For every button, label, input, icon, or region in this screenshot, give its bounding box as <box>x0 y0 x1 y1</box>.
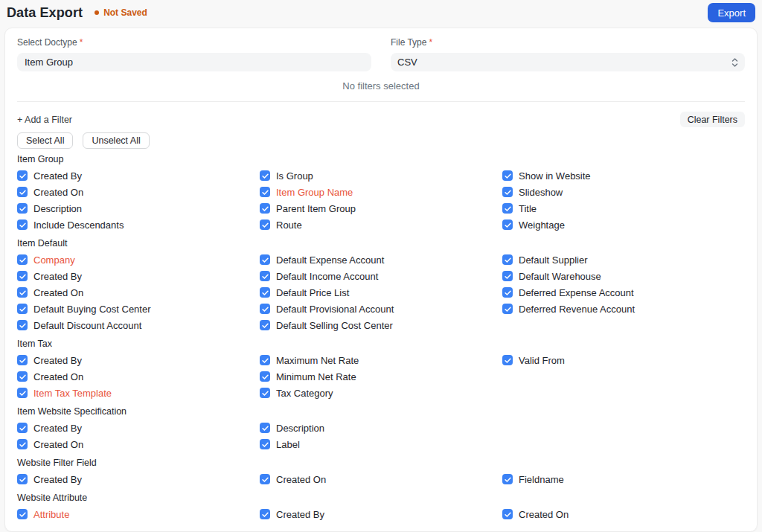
field-checkbox-created-on[interactable]: Created On <box>17 287 260 298</box>
field-checkbox-item-group-name[interactable]: Item Group Name <box>260 187 502 198</box>
field-checkbox-tax-category[interactable]: Tax Category <box>260 388 502 399</box>
field-checkbox-created-by[interactable]: Created By <box>260 509 502 520</box>
checkbox-checked-icon[interactable] <box>260 355 270 365</box>
field-checkbox-company[interactable]: Company <box>17 254 260 266</box>
field-checkbox-created-by[interactable]: Created By <box>17 474 260 485</box>
checkbox-checked-icon[interactable] <box>17 287 28 298</box>
field-checkbox-created-on[interactable]: Created On <box>17 439 260 450</box>
checkbox-checked-icon[interactable] <box>17 423 28 433</box>
checkbox-checked-icon[interactable] <box>502 203 513 214</box>
checkbox-checked-icon[interactable] <box>502 219 513 230</box>
checkbox-checked-icon[interactable] <box>17 271 28 281</box>
field-checkbox-maximum-net-rate[interactable]: Maximum Net Rate <box>260 355 502 366</box>
checkbox-checked-icon[interactable] <box>17 388 28 398</box>
field-checkbox-default-buying-cost-center[interactable]: Default Buying Cost Center <box>17 304 260 315</box>
checkbox-checked-icon[interactable] <box>260 388 270 398</box>
checkbox-checked-icon[interactable] <box>17 304 28 314</box>
field-checkbox-weightage[interactable]: Weightage <box>502 219 745 231</box>
checkbox-checked-icon[interactable] <box>17 509 28 519</box>
checkbox-checked-icon[interactable] <box>502 474 513 484</box>
checkbox-checked-icon[interactable] <box>502 271 513 281</box>
checkbox-checked-icon[interactable] <box>260 187 270 197</box>
field-checkbox-description[interactable]: Description <box>17 203 260 214</box>
field-checkbox-fieldname[interactable]: Fieldname <box>502 474 745 485</box>
field-checkbox-created-on[interactable]: Created On <box>17 371 260 382</box>
checkbox-checked-icon[interactable] <box>260 474 270 484</box>
field-checkbox-created-by[interactable]: Created By <box>17 271 260 282</box>
checkbox-checked-icon[interactable] <box>17 320 28 330</box>
checkbox-checked-icon[interactable] <box>17 203 28 214</box>
filetype-select[interactable]: CSV <box>391 53 745 71</box>
field-checkbox-attribute[interactable]: Attribute <box>17 509 260 520</box>
field-checkbox-default-provisional-account[interactable]: Default Provisional Account <box>260 304 502 315</box>
checkbox-checked-icon[interactable] <box>17 439 28 449</box>
field-checkbox-minimum-net-rate[interactable]: Minimum Net Rate <box>260 371 502 382</box>
field-checkbox-deferred-expense-account[interactable]: Deferred Expense Account <box>502 287 745 298</box>
checkbox-checked-icon[interactable] <box>502 509 513 519</box>
checkbox-checked-icon[interactable] <box>260 304 270 314</box>
field-label: Default Expense Account <box>276 254 384 266</box>
field-checkbox-created-by[interactable]: Created By <box>17 170 260 182</box>
checkbox-checked-icon[interactable] <box>502 254 513 265</box>
checkbox-checked-icon[interactable] <box>17 219 28 230</box>
field-checkbox-default-supplier[interactable]: Default Supplier <box>502 254 745 266</box>
field-checkbox-item-tax-template[interactable]: Item Tax Template <box>17 388 260 399</box>
field-checkbox-label[interactable]: Label <box>260 439 502 450</box>
checkbox-checked-icon[interactable] <box>260 439 270 449</box>
field-checkbox-default-warehouse[interactable]: Default Warehouse <box>502 271 745 282</box>
field-checkbox-parent-item-group[interactable]: Parent Item Group <box>260 203 502 214</box>
field-checkbox-description[interactable]: Description <box>260 423 502 434</box>
checkbox-checked-icon[interactable] <box>17 170 28 181</box>
checkbox-checked-icon[interactable] <box>260 271 270 281</box>
field-checkbox-default-expense-account[interactable]: Default Expense Account <box>260 254 502 266</box>
checkbox-checked-icon[interactable] <box>260 320 270 330</box>
field-checkbox-include-descendants[interactable]: Include Descendants <box>17 219 260 231</box>
checkbox-checked-icon[interactable] <box>502 187 513 197</box>
field-checkbox-route[interactable]: Route <box>260 219 502 231</box>
field-label: Attribute <box>33 509 69 520</box>
checkbox-checked-icon[interactable] <box>260 287 270 298</box>
checkbox-checked-icon[interactable] <box>17 355 28 365</box>
checkbox-checked-icon[interactable] <box>260 254 270 265</box>
select-all-button[interactable]: Select All <box>17 132 73 149</box>
field-checkbox-default-income-account[interactable]: Default Income Account <box>260 271 502 282</box>
field-checkbox-default-discount-account[interactable]: Default Discount Account <box>17 320 260 331</box>
clear-filters-button[interactable]: Clear Filters <box>680 112 745 127</box>
field-checkbox-valid-from[interactable]: Valid From <box>502 355 745 366</box>
checkbox-checked-icon[interactable] <box>502 355 513 365</box>
checkbox-checked-icon[interactable] <box>260 509 270 519</box>
field-checkbox-created-by[interactable]: Created By <box>17 355 260 366</box>
checkbox-checked-icon[interactable] <box>17 187 28 197</box>
section-title: Item Default <box>17 238 745 249</box>
filetype-selected-value: CSV <box>397 57 417 68</box>
checkbox-checked-icon[interactable] <box>260 423 270 433</box>
field-checkbox-is-group[interactable]: Is Group <box>260 170 502 182</box>
checkbox-checked-icon[interactable] <box>17 371 28 382</box>
field-checkbox-default-selling-cost-center[interactable]: Default Selling Cost Center <box>260 320 502 331</box>
field-checkbox-created-on[interactable]: Created On <box>502 509 745 520</box>
section-title: Item Tax <box>17 339 745 349</box>
field-checkbox-deferred-revenue-account[interactable]: Deferred Revenue Account <box>502 304 745 315</box>
checkbox-checked-icon[interactable] <box>17 474 28 484</box>
checkbox-checked-icon[interactable] <box>260 371 270 382</box>
doctype-input[interactable] <box>17 53 371 71</box>
add-filter-link[interactable]: + Add a Filter <box>17 115 72 125</box>
checkbox-checked-icon[interactable] <box>17 254 28 265</box>
checkbox-checked-icon[interactable] <box>260 203 270 214</box>
field-checkbox-default-price-list[interactable]: Default Price List <box>260 287 502 298</box>
field-checkbox-show-in-website[interactable]: Show in Website <box>502 170 745 182</box>
field-label: Item Tax Template <box>33 388 112 399</box>
checkbox-checked-icon[interactable] <box>502 170 513 181</box>
export-button[interactable]: Export <box>708 3 755 22</box>
unselect-all-button[interactable]: Unselect All <box>83 132 149 149</box>
checkbox-checked-icon[interactable] <box>260 170 270 181</box>
field-checkbox-created-on[interactable]: Created On <box>17 187 260 198</box>
field-checkbox-title[interactable]: Title <box>502 203 745 214</box>
field-checkbox-created-by[interactable]: Created By <box>17 423 260 434</box>
checkbox-checked-icon[interactable] <box>502 287 513 298</box>
checkbox-checked-icon[interactable] <box>260 219 270 230</box>
field-checkbox-slideshow[interactable]: Slideshow <box>502 187 745 198</box>
checkbox-checked-icon[interactable] <box>502 304 513 314</box>
data-export-card: Select Doctype* File Type* CSV No filter… <box>4 28 758 532</box>
field-checkbox-created-on[interactable]: Created On <box>260 474 502 485</box>
